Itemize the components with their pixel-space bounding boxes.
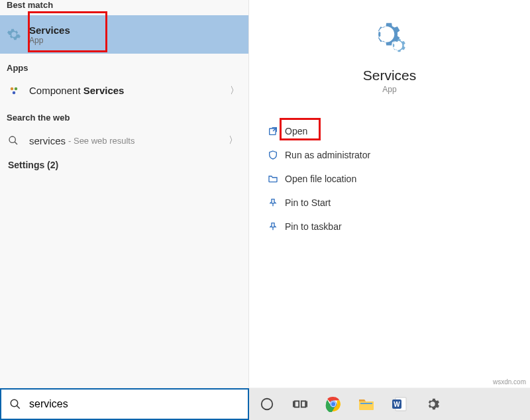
- svg-line-9: [17, 405, 20, 409]
- action-open[interactable]: Open: [261, 121, 518, 142]
- chrome-icon[interactable]: [325, 395, 342, 413]
- settings-icon[interactable]: [424, 395, 441, 413]
- component-services-icon: [7, 83, 21, 98]
- cortana-icon[interactable]: [258, 395, 276, 413]
- web-search-result[interactable]: services - See web results 〉: [0, 128, 248, 153]
- watermark: wsxdn.com: [493, 378, 526, 386]
- action-pin-start[interactable]: Pin to Start: [261, 192, 518, 213]
- action-run-as-admin[interactable]: Run as administrator: [261, 144, 518, 166]
- svg-point-5: [383, 31, 390, 38]
- shield-icon: [264, 150, 282, 160]
- svg-point-10: [262, 399, 273, 410]
- gear-icon: [7, 27, 21, 42]
- best-match-result[interactable]: Services App: [0, 15, 248, 54]
- svg-point-3: [9, 136, 15, 142]
- svg-point-18: [331, 402, 335, 406]
- search-input-bar[interactable]: [0, 388, 249, 420]
- detail-title: Services: [261, 68, 518, 83]
- search-icon: [8, 135, 21, 146]
- web-term: services: [29, 135, 66, 146]
- action-open-location[interactable]: Open file location: [261, 168, 518, 189]
- app-result-component-services[interactable]: Component Services 〉: [0, 78, 248, 103]
- chevron-right-icon: 〉: [230, 85, 239, 97]
- file-explorer-icon[interactable]: [358, 395, 375, 413]
- svg-rect-11: [295, 401, 299, 407]
- apps-header: Apps: [0, 63, 248, 78]
- search-web-header: Search the web: [0, 113, 248, 128]
- best-match-title: Services: [29, 25, 70, 36]
- best-match-header: Best match: [0, 0, 248, 15]
- detail-panel: Services App Open Run as administrator O…: [249, 0, 530, 388]
- folder-icon: [264, 174, 282, 184]
- svg-point-0: [11, 87, 14, 91]
- search-results-panel: Best match Services App Apps Component S…: [0, 0, 249, 388]
- pin-icon: [264, 197, 282, 208]
- svg-point-1: [15, 87, 18, 91]
- services-large-icon: [261, 20, 518, 58]
- svg-point-6: [396, 44, 399, 47]
- web-hint: - See web results: [68, 136, 134, 146]
- open-icon: [264, 126, 282, 136]
- settings-results[interactable]: Settings (2): [0, 153, 248, 177]
- pin-icon: [264, 221, 282, 232]
- best-match-sub: App: [29, 36, 242, 45]
- search-input[interactable]: [29, 398, 240, 410]
- taskbar: W: [249, 388, 530, 420]
- word-icon[interactable]: W: [391, 395, 408, 413]
- detail-sub: App: [261, 85, 518, 94]
- svg-line-4: [15, 142, 17, 144]
- svg-rect-19: [360, 403, 372, 404]
- svg-point-2: [13, 91, 16, 95]
- search-icon: [9, 398, 21, 410]
- task-view-icon[interactable]: [292, 395, 309, 413]
- svg-point-8: [11, 399, 18, 407]
- svg-text:W: W: [394, 401, 400, 408]
- action-pin-taskbar[interactable]: Pin to taskbar: [261, 216, 518, 237]
- svg-rect-12: [301, 401, 305, 407]
- chevron-right-icon: 〉: [229, 134, 238, 146]
